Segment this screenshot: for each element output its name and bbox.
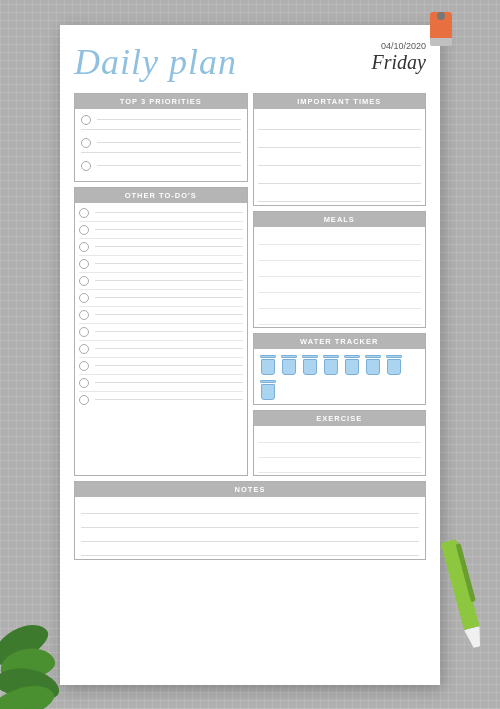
time-line bbox=[258, 166, 422, 184]
water-glass-8[interactable] bbox=[259, 378, 277, 400]
meals-line bbox=[258, 293, 422, 309]
todo-checkbox[interactable] bbox=[79, 242, 89, 252]
water-icons-container bbox=[254, 349, 426, 404]
priority-item-3 bbox=[81, 161, 241, 175]
pen-decoration bbox=[441, 539, 488, 659]
todo-checkbox[interactable] bbox=[79, 259, 89, 269]
meals-content bbox=[254, 227, 426, 327]
todo-item bbox=[79, 290, 243, 307]
exercise-section: EXERCISE bbox=[253, 410, 427, 476]
meals-line bbox=[258, 309, 422, 325]
todo-checkbox[interactable] bbox=[79, 225, 89, 235]
priority-checkbox-3[interactable] bbox=[81, 161, 91, 171]
meals-line bbox=[258, 277, 422, 293]
priority-line-3 bbox=[97, 165, 241, 166]
priority-item-1 bbox=[81, 115, 241, 130]
water-glass-4[interactable] bbox=[322, 353, 340, 375]
exercise-header: EXERCISE bbox=[254, 411, 426, 426]
top3-section: TOP 3 PRIORITIES bbox=[74, 93, 248, 182]
time-line bbox=[258, 148, 422, 166]
exercise-line bbox=[258, 428, 422, 443]
important-times-content bbox=[254, 109, 426, 205]
important-times-header: IMPORTANT TIMES bbox=[254, 94, 426, 109]
top3-content bbox=[75, 109, 247, 181]
meals-line bbox=[258, 229, 422, 245]
content-area: TOP 3 PRIORITIES bbox=[74, 93, 426, 476]
todo-item bbox=[79, 324, 243, 341]
notes-header: NOTES bbox=[75, 482, 425, 497]
meals-section: MEALS bbox=[253, 211, 427, 328]
water-tracker-header: WATER TRACKER bbox=[254, 334, 426, 349]
todo-item bbox=[79, 273, 243, 290]
notes-line bbox=[81, 542, 419, 556]
priority-line-1 bbox=[97, 119, 241, 120]
todo-checkbox[interactable] bbox=[79, 310, 89, 320]
todos-content bbox=[75, 203, 247, 410]
priority-checkbox-1[interactable] bbox=[81, 115, 91, 125]
time-line bbox=[258, 112, 422, 130]
todo-checkbox[interactable] bbox=[79, 293, 89, 303]
water-glass-1[interactable] bbox=[259, 353, 277, 375]
exercise-line bbox=[258, 458, 422, 473]
water-glass-3[interactable] bbox=[301, 353, 319, 375]
paper: Daily plan 04/10/2020 Friday TOP 3 PRIOR… bbox=[60, 25, 440, 685]
todo-item bbox=[79, 239, 243, 256]
todo-item bbox=[79, 341, 243, 358]
water-tracker-section: WATER TRACKER bbox=[253, 333, 427, 405]
meals-header: MEALS bbox=[254, 212, 426, 227]
todo-item bbox=[79, 205, 243, 222]
notes-section: NOTES bbox=[74, 481, 426, 560]
todo-checkbox[interactable] bbox=[79, 327, 89, 337]
todo-item bbox=[79, 222, 243, 239]
todo-item bbox=[79, 375, 243, 392]
date-block: 04/10/2020 Friday bbox=[372, 41, 426, 74]
notes-line bbox=[81, 500, 419, 514]
todo-checkbox[interactable] bbox=[79, 344, 89, 354]
exercise-line bbox=[258, 443, 422, 458]
water-glass-5[interactable] bbox=[343, 353, 361, 375]
todo-checkbox[interactable] bbox=[79, 361, 89, 371]
important-times-section: IMPORTANT TIMES bbox=[253, 93, 427, 206]
top3-header: TOP 3 PRIORITIES bbox=[75, 94, 247, 109]
todo-checkbox[interactable] bbox=[79, 208, 89, 218]
todos-section: OTHER TO-DO'S bbox=[74, 187, 248, 476]
notes-line bbox=[81, 514, 419, 528]
todo-item bbox=[79, 392, 243, 408]
priority-checkbox-2[interactable] bbox=[81, 138, 91, 148]
meals-line bbox=[258, 261, 422, 277]
page-title: Daily plan bbox=[74, 41, 237, 83]
exercise-content bbox=[254, 426, 426, 475]
todos-header: OTHER TO-DO'S bbox=[75, 188, 247, 203]
todo-checkbox[interactable] bbox=[79, 395, 89, 405]
todo-checkbox[interactable] bbox=[79, 276, 89, 286]
sharpener-decoration bbox=[430, 8, 452, 42]
todo-item bbox=[79, 256, 243, 273]
todo-checkbox[interactable] bbox=[79, 378, 89, 388]
todo-item bbox=[79, 307, 243, 324]
left-column: TOP 3 PRIORITIES bbox=[74, 93, 248, 476]
right-column: IMPORTANT TIMES MEALS bbox=[253, 93, 427, 476]
paper-header: Daily plan 04/10/2020 Friday bbox=[74, 41, 426, 83]
water-glass-6[interactable] bbox=[364, 353, 382, 375]
date-text: 04/10/2020 bbox=[372, 41, 426, 51]
notes-content bbox=[75, 497, 425, 559]
priority-line-2 bbox=[97, 142, 241, 143]
meals-line bbox=[258, 245, 422, 261]
notes-line bbox=[81, 528, 419, 542]
time-line bbox=[258, 130, 422, 148]
todo-item bbox=[79, 358, 243, 375]
water-glass-2[interactable] bbox=[280, 353, 298, 375]
day-text: Friday bbox=[372, 51, 426, 74]
water-glass-7[interactable] bbox=[385, 353, 403, 375]
priority-item-2 bbox=[81, 138, 241, 153]
time-line bbox=[258, 184, 422, 202]
